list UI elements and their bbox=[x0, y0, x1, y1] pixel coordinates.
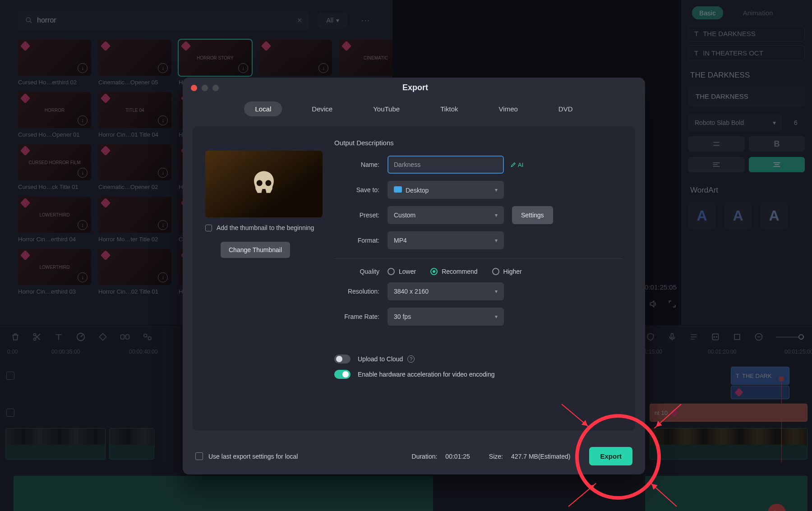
format-label: Format: bbox=[334, 237, 388, 244]
framerate-label: Frame Rate: bbox=[334, 313, 388, 320]
export-form: Output Descriptions Name: AI Save to: De… bbox=[334, 137, 623, 385]
chevron-down-icon bbox=[495, 237, 498, 244]
minimize-window-icon[interactable] bbox=[202, 85, 208, 91]
use-last-settings-checkbox[interactable] bbox=[195, 452, 203, 460]
resolution-label: Resolution: bbox=[334, 288, 388, 295]
duration-label: Duration: bbox=[412, 453, 438, 460]
add-thumbnail-checkbox[interactable] bbox=[205, 225, 212, 231]
add-thumbnail-label: Add the thumbnail to the beginning bbox=[217, 224, 314, 232]
thumbnail-column: Add the thumbnail to the beginning Chang… bbox=[205, 137, 323, 385]
use-last-settings-label: Use last export settings for local bbox=[208, 453, 298, 460]
skull-icon bbox=[248, 168, 280, 200]
output-desc-heading: Output Descriptions bbox=[334, 139, 623, 147]
name-input[interactable] bbox=[388, 156, 504, 174]
preset-settings-button[interactable]: Settings bbox=[512, 206, 553, 224]
add-thumbnail-row: Add the thumbnail to the beginning bbox=[205, 224, 323, 232]
resolution-select[interactable]: 3840 x 2160 bbox=[388, 282, 504, 300]
upload-cloud-label: Upload to Cloud bbox=[358, 355, 403, 363]
ai-edit-icon[interactable]: AI bbox=[510, 161, 523, 168]
window-controls bbox=[191, 85, 219, 91]
svg-point-19 bbox=[265, 180, 271, 186]
preset-select[interactable]: Custom bbox=[388, 206, 504, 224]
chevron-down-icon bbox=[495, 212, 498, 218]
modal-footer: Use last export settings for local Durat… bbox=[183, 441, 645, 474]
export-button[interactable]: Export bbox=[589, 447, 632, 465]
chevron-down-icon bbox=[495, 187, 498, 193]
hw-accel-label: Enable hardware acceleration for video e… bbox=[358, 371, 495, 378]
export-tab-device[interactable]: Device bbox=[301, 101, 343, 116]
export-tab-vimeo[interactable]: Vimeo bbox=[488, 101, 529, 116]
size-value: 427.7 MB(Estimated) bbox=[511, 453, 571, 460]
modal-title: Export bbox=[219, 83, 612, 92]
zoom-window-icon[interactable] bbox=[212, 85, 219, 91]
folder-icon bbox=[394, 186, 402, 193]
modal-body: Add the thumbnail to the beginning Chang… bbox=[193, 126, 635, 431]
name-label: Name: bbox=[334, 161, 388, 168]
export-tab-local[interactable]: Local bbox=[244, 101, 282, 116]
duration-value: 00:01:25 bbox=[445, 453, 470, 460]
quality-label: Quality bbox=[334, 268, 388, 275]
saveto-select[interactable]: Desktop bbox=[388, 181, 504, 199]
chevron-down-icon bbox=[495, 288, 498, 295]
help-icon[interactable]: ? bbox=[407, 355, 415, 363]
export-tabs: LocalDeviceYouTubeTiktokVimeoDVD bbox=[183, 101, 645, 116]
svg-point-18 bbox=[257, 180, 263, 186]
preset-label: Preset: bbox=[334, 212, 388, 219]
quality-recommend-radio[interactable]: Recommend bbox=[430, 268, 477, 275]
quality-lower-radio[interactable]: Lower bbox=[388, 268, 416, 275]
chevron-down-icon bbox=[495, 313, 498, 320]
change-thumbnail-button[interactable]: Change Thumbnail bbox=[221, 242, 290, 258]
hw-accel-toggle[interactable] bbox=[334, 370, 351, 379]
size-label: Size: bbox=[489, 453, 503, 460]
export-tab-dvd[interactable]: DVD bbox=[548, 101, 584, 116]
export-tab-youtube[interactable]: YouTube bbox=[362, 101, 411, 116]
saveto-label: Save to: bbox=[334, 186, 388, 193]
format-select[interactable]: MP4 bbox=[388, 231, 504, 249]
export-tab-tiktok[interactable]: Tiktok bbox=[429, 101, 469, 116]
thumbnail-preview bbox=[205, 151, 323, 217]
use-last-settings-row: Use last export settings for local bbox=[195, 452, 298, 460]
close-window-icon[interactable] bbox=[191, 85, 197, 91]
upload-cloud-toggle[interactable] bbox=[334, 354, 351, 364]
framerate-select[interactable]: 30 fps bbox=[388, 308, 504, 326]
modal-titlebar: Export bbox=[183, 78, 645, 98]
quality-higher-radio[interactable]: Higher bbox=[492, 268, 522, 275]
quality-radios: Lower Recommend Higher bbox=[388, 268, 522, 275]
